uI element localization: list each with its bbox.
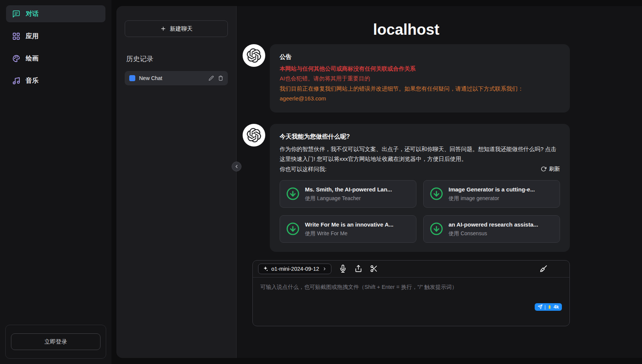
sidebar-item-paint[interactable]: 绘画 xyxy=(6,50,105,67)
chat-main: localhost 公告 本网站与任何其他公司或商标没有任何关联或合作关系 xyxy=(237,6,642,358)
token-count-badge[interactable]: | 4k xyxy=(535,303,562,311)
page-title: localhost xyxy=(243,21,570,38)
model-selector[interactable]: o1-mini-2024-09-12 xyxy=(258,264,331,274)
new-chat-button[interactable]: 新建聊天 xyxy=(125,20,228,37)
model-sparkle-icon xyxy=(263,266,268,271)
refresh-icon xyxy=(541,166,546,172)
chat-input[interactable] xyxy=(260,283,563,305)
scissors-icon[interactable] xyxy=(370,265,378,273)
delete-trash-icon[interactable] xyxy=(218,76,223,81)
chat-bubble-icon xyxy=(12,10,20,18)
contact-email-link[interactable]: ageerle@163.com xyxy=(280,95,326,102)
chat-item-avatar xyxy=(129,75,135,81)
announcement-heading: 公告 xyxy=(280,52,560,62)
chevron-right-icon xyxy=(322,267,327,271)
composer: o1-mini-2024-09-12 xyxy=(252,260,570,326)
suggestion-card[interactable]: Ms. Smith, the AI-powered Lan... 使用 Lang… xyxy=(280,180,416,208)
suggestion-title: Ms. Smith, the AI-powered Lan... xyxy=(305,185,410,194)
left-sidebar: 对话 应用 绘画 xyxy=(0,0,111,364)
suggestion-title: an AI-powered research assista... xyxy=(449,221,554,229)
model-label: o1-mini-2024-09-12 xyxy=(271,266,319,272)
send-plane-icon xyxy=(538,304,543,309)
upload-icon[interactable] xyxy=(354,265,362,273)
sidebar-item-chat[interactable]: 对话 xyxy=(6,5,105,22)
chat-history-item[interactable]: New Chat xyxy=(125,71,228,85)
assistant-avatar xyxy=(243,44,265,67)
arrow-down-circle-icon xyxy=(430,187,443,201)
suggestion-subtitle: 使用 image generator xyxy=(449,195,554,202)
openai-logo-icon xyxy=(247,48,261,63)
announcement-line-3: 我们目前正在修复我们网站上的错误并改进细节。如果您有任何疑问，请通过以下方式联系… xyxy=(280,84,560,94)
welcome-bubble: 今天我能为您做些什么呢? 作为你的智慧伙伴，我不仅可以写文案、出点子，还可以和你… xyxy=(270,124,570,252)
refresh-suggestions-button[interactable]: 刷新 xyxy=(541,165,560,173)
message-announcement: 公告 本网站与任何其他公司或商标没有任何关联或合作关系 AI也会犯错。请勿将其用… xyxy=(243,44,570,113)
microphone-icon[interactable] xyxy=(339,265,347,273)
suggestion-card[interactable]: Write For Me is an innovative A... 使用 Wr… xyxy=(280,215,416,243)
suggestion-text: an AI-powered research assista... 使用 Con… xyxy=(449,221,554,238)
history-section-title: 历史记录 xyxy=(126,54,226,63)
apps-grid-icon xyxy=(12,32,20,40)
composer-input-area: | 4k xyxy=(253,278,569,326)
edit-pencil-icon[interactable] xyxy=(209,76,214,81)
ask-hint-text: 你也可以这样问我: xyxy=(280,164,326,174)
suggestion-text: Ms. Smith, the AI-powered Lan... 使用 Lang… xyxy=(305,185,410,202)
plus-icon xyxy=(160,26,166,32)
hint-row: 你也可以这样问我: 刷新 xyxy=(280,164,560,174)
announcement-line-2: AI也会犯错。请勿将其用于重要目的 xyxy=(280,74,560,83)
arrow-down-circle-icon xyxy=(286,187,300,201)
announcement-bubble: 公告 本网站与任何其他公司或商标没有任何关联或合作关系 AI也会犯错。请勿将其用… xyxy=(270,44,570,113)
collapse-sidebar-handle[interactable] xyxy=(232,162,241,171)
chevron-left-icon xyxy=(234,164,239,169)
sidebar-item-label: 对话 xyxy=(26,9,39,18)
message-welcome: 今天我能为您做些什么呢? 作为你的智慧伙伴，我不仅可以写文案、出点子，还可以和你… xyxy=(243,124,570,252)
sidebar-item-label: 绘画 xyxy=(26,54,39,63)
welcome-body: 作为你的智慧伙伴，我不仅可以写文案、出点子，还可以和你聊天、回答问题。想知道我还… xyxy=(280,144,560,164)
sidebar-item-music[interactable]: 音乐 xyxy=(6,72,105,89)
suggestion-card[interactable]: an AI-powered research assista... 使用 Con… xyxy=(423,215,560,243)
chat-item-title: New Chat xyxy=(139,75,205,81)
suggestion-text: Image Generator is a cutting-e... 使用 ima… xyxy=(449,185,554,202)
login-panel: 立即登录 xyxy=(5,325,106,359)
music-note-icon xyxy=(12,77,20,85)
arrow-down-circle-icon xyxy=(286,222,300,236)
sidebar-spacer xyxy=(0,91,111,325)
suggestion-grid: Ms. Smith, the AI-powered Lan... 使用 Lang… xyxy=(280,180,560,243)
composer-toolbar: o1-mini-2024-09-12 xyxy=(253,261,569,278)
chat-item-actions xyxy=(209,76,223,81)
suggestion-text: Write For Me is an innovative A... 使用 Wr… xyxy=(305,221,410,238)
suggestion-subtitle: 使用 Consensus xyxy=(449,230,554,238)
arrow-down-circle-icon xyxy=(430,222,443,236)
workspace: 新建聊天 历史记录 New Chat xyxy=(116,6,642,358)
refresh-label: 刷新 xyxy=(549,165,560,173)
suggestion-title: Write For Me is an innovative A... xyxy=(305,221,410,229)
token-count-label: 4k xyxy=(554,304,559,310)
suggestion-card[interactable]: Image Generator is a cutting-e... 使用 ima… xyxy=(423,180,560,208)
app-root: 对话 应用 绘画 xyxy=(0,0,642,364)
battery-icon xyxy=(548,304,552,310)
login-button[interactable]: 立即登录 xyxy=(11,333,101,350)
clear-context-broom-icon[interactable] xyxy=(540,265,548,273)
assistant-avatar xyxy=(243,124,265,147)
sidebar-item-apps[interactable]: 应用 xyxy=(6,28,105,45)
badge-divider: | xyxy=(545,304,546,310)
chat-message-list: 公告 本网站与任何其他公司或商标没有任何关联或合作关系 AI也会犯错。请勿将其用… xyxy=(243,44,570,252)
history-panel: 新建聊天 历史记录 New Chat xyxy=(116,6,237,358)
suggestion-title: Image Generator is a cutting-e... xyxy=(449,185,554,194)
sidebar-item-label: 应用 xyxy=(26,32,39,40)
new-chat-label: 新建聊天 xyxy=(170,25,193,32)
sidebar-nav: 对话 应用 绘画 xyxy=(0,3,111,91)
suggestion-subtitle: 使用 Write For Me xyxy=(305,230,410,238)
openai-logo-icon xyxy=(247,128,261,142)
welcome-heading: 今天我能为您做些什么呢? xyxy=(280,131,560,142)
palette-icon xyxy=(12,54,20,63)
announcement-line-1: 本网站与任何其他公司或商标没有任何关联或合作关系 xyxy=(280,64,560,74)
sidebar-item-label: 音乐 xyxy=(26,76,39,85)
suggestion-subtitle: 使用 Language Teacher xyxy=(305,195,410,202)
